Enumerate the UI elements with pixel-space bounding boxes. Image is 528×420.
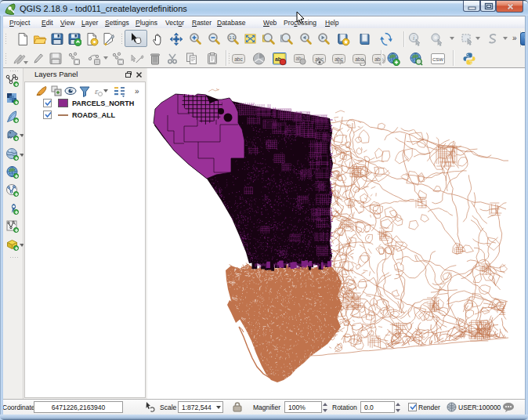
svg-text:CSW: CSW: [432, 57, 443, 62]
svg-text:abc: abc: [355, 56, 363, 62]
svg-text:i: i: [413, 34, 414, 42]
svg-text:1:1: 1:1: [230, 35, 235, 40]
svg-text:abc: abc: [234, 56, 243, 62]
